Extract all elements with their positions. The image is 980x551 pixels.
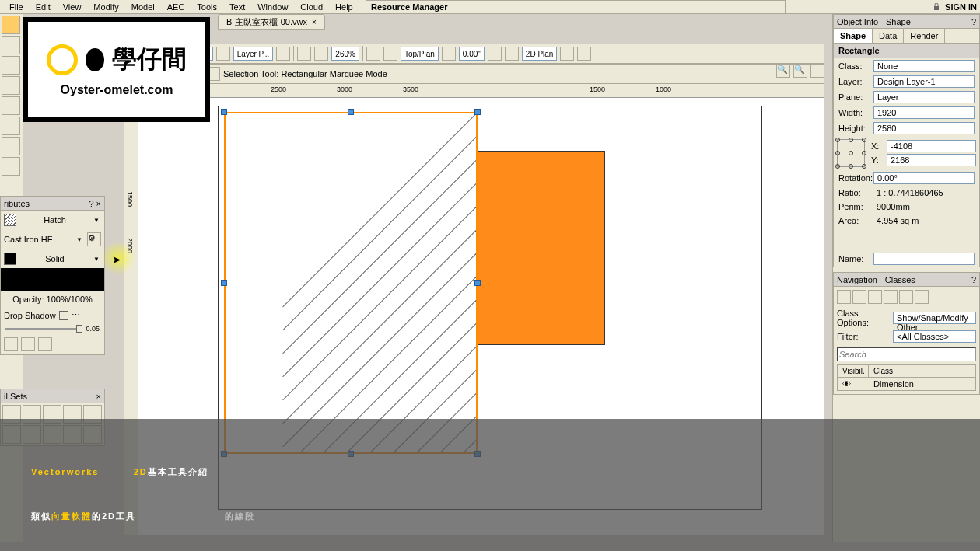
selection-handle[interactable] xyxy=(474,109,481,115)
plane-field[interactable]: Layer xyxy=(873,91,975,103)
x-field[interactable]: -4108 xyxy=(887,140,976,152)
fill-swatch[interactable] xyxy=(4,214,16,226)
pan-tool-icon[interactable] xyxy=(2,16,20,34)
settings-icon[interactable]: ⚙ xyxy=(87,232,101,246)
nav-icon[interactable] xyxy=(868,290,882,304)
orange-rectangle-object[interactable] xyxy=(478,151,605,345)
class-icon[interactable] xyxy=(216,47,230,61)
render2-icon[interactable] xyxy=(505,47,519,61)
drop-shadow-toggle[interactable] xyxy=(59,311,68,320)
pen-swatch[interactable] xyxy=(4,253,16,265)
rotation-field[interactable]: 0.00° xyxy=(873,172,975,184)
tool-sets-header[interactable]: il Sets × xyxy=(1,389,104,403)
menu-aec[interactable]: AEC xyxy=(161,1,191,13)
selection-handle[interactable] xyxy=(348,109,354,115)
layer-field[interactable]: Design Layer-1 xyxy=(873,75,975,88)
menu-help[interactable]: Help xyxy=(329,1,359,13)
zoom-in-icon[interactable] xyxy=(314,47,328,61)
layer-icon[interactable] xyxy=(276,47,290,61)
ratio-label: Ratio: xyxy=(838,188,873,197)
width-field[interactable]: 1920 xyxy=(873,106,975,119)
chevron-down-icon[interactable]: ▼ xyxy=(93,256,101,263)
name-field[interactable] xyxy=(873,253,975,265)
nav-icon[interactable] xyxy=(852,290,866,304)
selection-handle[interactable] xyxy=(474,280,481,286)
render-icon[interactable] xyxy=(488,47,502,61)
menu-model[interactable]: Model xyxy=(125,1,161,13)
line-start-icon[interactable] xyxy=(4,337,18,351)
fill-style-dropdown[interactable]: Hatch xyxy=(19,215,90,225)
line-type-icon[interactable] xyxy=(21,337,35,351)
nav-icon[interactable] xyxy=(899,290,913,304)
xray-icon[interactable] xyxy=(810,64,824,78)
projection-icon[interactable] xyxy=(560,47,574,61)
rectangle-tool-icon[interactable] xyxy=(2,96,20,115)
sign-in[interactable]: SIGN IN xyxy=(933,0,977,14)
class-name: Dimension xyxy=(873,379,914,389)
tab-data[interactable]: Data xyxy=(873,29,904,43)
zoom-combo[interactable]: 260% xyxy=(331,47,359,61)
view-cube-icon[interactable] xyxy=(366,47,380,61)
attributes-header[interactable]: ributes ? × xyxy=(1,197,104,211)
view-combo[interactable]: Top/Plan xyxy=(401,47,439,61)
tab-render[interactable]: Render xyxy=(904,29,945,43)
nav-icon[interactable] xyxy=(837,290,851,304)
selection-handle[interactable] xyxy=(221,280,227,286)
zoom-out-icon[interactable] xyxy=(297,47,311,61)
pen-style-dropdown[interactable]: Solid xyxy=(19,254,90,263)
distance-icon[interactable] xyxy=(442,47,456,61)
close-icon[interactable]: × xyxy=(96,392,101,401)
circle-tool-icon[interactable] xyxy=(2,117,20,135)
chevron-down-icon[interactable]: ▼ xyxy=(93,217,101,224)
class-options-combo[interactable]: Show/Snap/Modify Other xyxy=(893,312,976,324)
line-end-icon[interactable] xyxy=(38,337,52,351)
filter-combo[interactable]: <All Classes> xyxy=(893,330,976,343)
menu-view[interactable]: View xyxy=(57,1,88,13)
tab-shape[interactable]: Shape xyxy=(834,29,873,43)
chevron-down-icon[interactable]: ▼ xyxy=(76,236,84,243)
document-tab[interactable]: B-主臥室衣櫃-00.vwx × xyxy=(218,14,325,30)
unified-view-icon[interactable] xyxy=(577,47,591,61)
y-field[interactable]: 2168 xyxy=(887,154,976,166)
name-label: Name: xyxy=(838,254,873,263)
class-search-input[interactable] xyxy=(837,347,976,361)
find-icon[interactable]: 🔍 xyxy=(776,64,790,78)
close-icon[interactable]: × xyxy=(96,199,101,208)
distance-field[interactable]: 0.00" xyxy=(459,47,485,61)
selection-handle[interactable] xyxy=(221,109,227,115)
plan-view-combo[interactable]: 2D Plan xyxy=(522,47,558,61)
close-icon[interactable]: × xyxy=(312,18,317,26)
menu-tools[interactable]: Tools xyxy=(191,1,223,13)
find-similar-icon[interactable]: 🔍 xyxy=(793,64,807,78)
arc-tool-icon[interactable] xyxy=(2,76,20,95)
menu-cloud[interactable]: Cloud xyxy=(294,1,329,13)
opacity-label: Opacity: 100%/100% xyxy=(12,295,93,304)
fill-pattern-dropdown[interactable]: Cast Iron HF xyxy=(4,235,73,244)
col-visibility[interactable]: Visibil. xyxy=(838,365,869,377)
menu-edit[interactable]: Edit xyxy=(30,1,57,13)
view-toggle-icon[interactable] xyxy=(383,47,397,61)
line-weight-slider[interactable] xyxy=(5,328,82,330)
anchor-grid[interactable] xyxy=(837,139,865,167)
menu-file[interactable]: File xyxy=(3,1,30,13)
menu-window[interactable]: Window xyxy=(251,1,294,13)
nav-icon[interactable] xyxy=(915,290,929,304)
height-field[interactable]: 2580 xyxy=(873,122,975,134)
table-row[interactable]: 👁 Dimension xyxy=(838,378,975,390)
menu-modify[interactable]: Modify xyxy=(87,1,124,13)
menu-text[interactable]: Text xyxy=(223,1,251,13)
visibility-icon[interactable]: 👁 xyxy=(842,379,873,389)
polyline-tool-icon[interactable] xyxy=(2,137,20,155)
col-class[interactable]: Class xyxy=(869,365,975,377)
polygon-tool-icon[interactable] xyxy=(2,157,20,176)
class-field[interactable]: None xyxy=(873,60,975,72)
drop-shadow-settings[interactable]: ⋯ xyxy=(72,310,80,320)
help-icon[interactable]: ? xyxy=(971,17,976,26)
help-icon[interactable]: ? xyxy=(971,275,976,284)
selection-tool-icon[interactable] xyxy=(2,36,20,54)
line-tool-icon[interactable] xyxy=(2,56,20,75)
nav-icon[interactable] xyxy=(884,290,898,304)
layer-combo[interactable]: Layer P... xyxy=(233,47,274,61)
selected-rectangle-object[interactable] xyxy=(224,112,478,454)
help-icon[interactable]: ? xyxy=(89,199,93,208)
